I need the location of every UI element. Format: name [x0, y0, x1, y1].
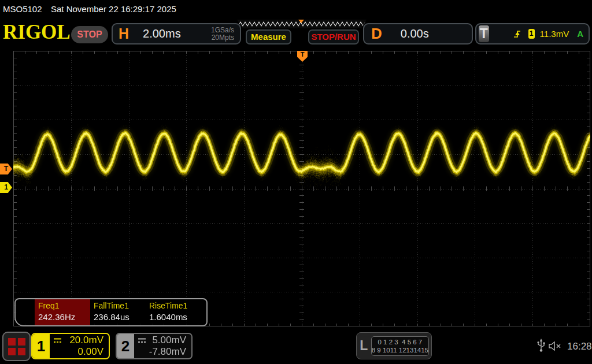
channel-1-scale: 20.0mV — [69, 335, 103, 346]
red-square-icon — [18, 338, 25, 346]
measurement-value: 1.6040ms — [149, 312, 201, 322]
channel-2-scale: 5.00mV — [152, 335, 186, 346]
dc-coupling-icon — [53, 338, 62, 343]
measurement-label: FallTime1 — [94, 301, 146, 310]
trigger-level-marker[interactable]: T — [0, 164, 12, 174]
measure-button[interactable]: Measure — [246, 29, 291, 44]
waveform-overview-strip[interactable] — [237, 20, 367, 28]
trigger-label: T — [479, 25, 489, 42]
rigol-logo: RIGOL — [3, 23, 73, 43]
stop-run-button[interactable]: STOP/RUN — [308, 29, 359, 44]
windows-layout-button[interactable] — [2, 332, 31, 361]
horizontal-settings-block[interactable]: H 2.00ms 1GSa/s 20Mpts — [112, 23, 241, 44]
measurement-gutter — [16, 299, 35, 325]
timebase-value: 2.00ms — [143, 27, 181, 40]
logic-analyzer-label: L — [357, 338, 371, 354]
dc-coupling-icon — [138, 338, 146, 343]
channel-1-number: 1 — [32, 334, 50, 358]
red-square-icon — [8, 348, 16, 355]
logic-analyzer-block[interactable]: L 0 1 2 3 4 5 6 78 9 1011 12131415 — [356, 332, 432, 359]
trigger-source-badge: 1 — [528, 29, 535, 39]
channel1-ground-marker[interactable]: 1 — [0, 182, 12, 193]
horizontal-label: H — [119, 25, 129, 42]
speaker-muted-icon — [548, 340, 563, 352]
trigger-mode: A — [577, 29, 583, 39]
sample-rate: 1GSa/s — [211, 26, 234, 34]
delay-value: 0.00s — [401, 27, 429, 40]
memory-depth: 20Mpts — [212, 34, 234, 42]
delay-block[interactable]: D 0.00s — [363, 23, 473, 44]
measurement-item-freq1[interactable]: Freq1 242.36Hz — [35, 299, 90, 325]
measurement-label: Freq1 — [38, 301, 90, 310]
measurement-results-box[interactable]: Freq1 242.36Hz FallTime1 236.84us RiseTi… — [14, 298, 208, 326]
measurement-value: 242.36Hz — [38, 312, 90, 322]
measurement-label: RiseTime1 — [149, 301, 201, 310]
model-name: MSO5102 — [3, 4, 42, 14]
channel-2-settings: 5.00mV -7.80mV — [134, 334, 191, 358]
trigger-level-value: 11.3mV — [540, 29, 569, 39]
channel-2-offset: -7.80mV — [149, 346, 186, 358]
digital-channels-row2: 8 9 1011 12131415 — [372, 347, 428, 354]
digital-channels-row1: 0 1 2 3 4 5 6 7 — [378, 339, 422, 346]
measurement-value: 236.84us — [94, 312, 146, 322]
red-square-icon — [18, 348, 25, 355]
system-datetime: Sat November 22 16:29:17 2025 — [51, 4, 176, 14]
rising-edge-trigger-icon — [513, 29, 520, 39]
status-clock: 16:28 — [567, 341, 592, 352]
measurement-item-falltime1[interactable]: FallTime1 236.84us — [90, 299, 146, 325]
digital-channel-list: 0 1 2 3 4 5 6 78 9 1011 12131415 — [371, 336, 429, 356]
channel-1-block[interactable]: 1 20.0mV 0.00V — [31, 333, 110, 359]
channel-1-settings: 20.0mV 0.00V — [50, 334, 109, 358]
delay-label: D — [371, 25, 382, 43]
red-square-icon — [8, 338, 16, 346]
title-bar: MSO5102 Sat November 22 16:29:17 2025 — [0, 0, 592, 17]
channel-1-offset: 0.00V — [78, 346, 103, 358]
overview-trigger-position-icon — [298, 20, 304, 23]
usb-icon — [536, 339, 546, 352]
waveform-display[interactable] — [13, 51, 590, 326]
sample-rate-memory: 1GSa/s 20Mpts — [211, 27, 234, 42]
acquisition-status-badge: STOP — [71, 26, 108, 43]
channel-2-block[interactable]: 2 5.00mV -7.80mV — [116, 333, 193, 359]
measurement-item-risetime1[interactable]: RiseTime1 1.6040ms — [146, 299, 201, 325]
trigger-block[interactable]: T 1 11.3mV A — [475, 23, 590, 44]
channel-2-number: 2 — [117, 334, 134, 358]
